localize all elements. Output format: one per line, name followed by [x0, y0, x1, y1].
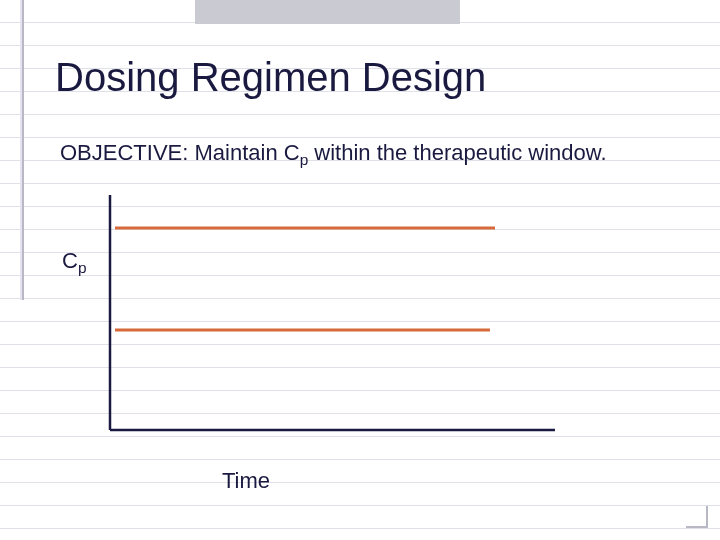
- chart-plot: [0, 0, 720, 540]
- corner-mark-icon: [686, 506, 708, 528]
